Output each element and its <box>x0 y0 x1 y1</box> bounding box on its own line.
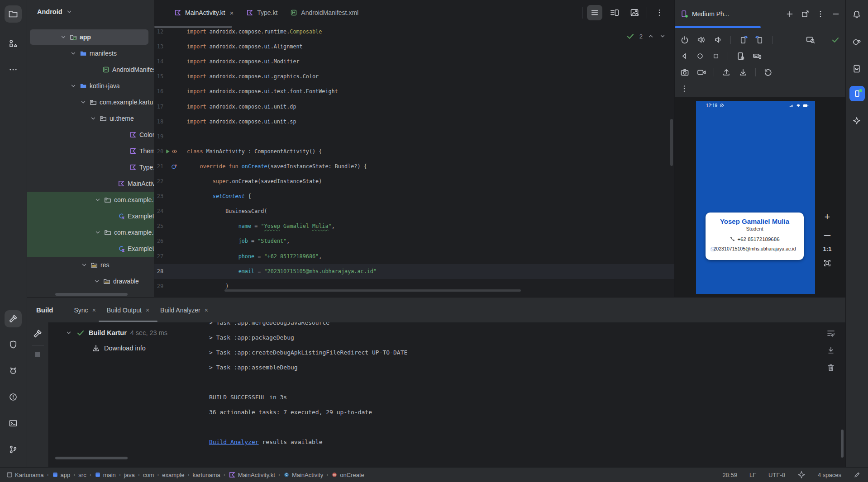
override-icon[interactable] <box>171 163 177 170</box>
markup-tag-icon[interactable] <box>171 148 178 155</box>
hardware-input-button[interactable] <box>753 52 762 61</box>
tool-strip-project-folder[interactable] <box>5 5 22 23</box>
prev-problem-icon[interactable] <box>647 33 654 40</box>
rotate-left-button[interactable] <box>739 35 748 44</box>
running-devices-strip-button[interactable] <box>849 86 865 101</box>
open-in-window-icon[interactable] <box>801 10 809 18</box>
tree-item-color-kt[interactable]: Color.kt <box>27 127 154 143</box>
close-tab-icon[interactable]: × <box>229 9 234 17</box>
build-tree-root-row[interactable]: Build Kartur 4 sec, 23 ms <box>65 328 167 337</box>
breadcrumb-com[interactable]: com <box>143 472 154 478</box>
tree-item-kotlin-java[interactable]: kotlin+java <box>27 78 154 94</box>
tree-item-res[interactable]: res <box>27 257 154 273</box>
breadcrumb-java[interactable]: java <box>124 472 135 478</box>
zoom-ratio-button[interactable]: 1:1 <box>823 246 832 252</box>
tree-item-drawable[interactable]: drawable <box>27 273 154 289</box>
volume-down-button[interactable] <box>714 35 723 44</box>
scroll-to-end-button[interactable] <box>826 346 835 355</box>
caret-position[interactable]: 28:59 <box>722 472 737 478</box>
tree-item-exampleunitte[interactable]: ExampleUnitTe <box>27 241 154 257</box>
home-button[interactable] <box>696 52 704 60</box>
tool-strip-ai-sparkle[interactable] <box>853 117 861 125</box>
run-play-icon[interactable] <box>164 148 171 155</box>
tool-strip-problems[interactable] <box>9 392 18 402</box>
build-tree-horizontal-scrollbar[interactable] <box>55 457 128 459</box>
breadcrumb-mainactivity-kt[interactable]: MainActivity.kt <box>229 471 275 478</box>
download-button[interactable] <box>739 68 748 77</box>
tree-item-theme-kt[interactable]: Theme.kt <box>27 143 154 159</box>
editor-top-scrollbar[interactable] <box>154 26 232 28</box>
close-tab-icon[interactable]: × <box>205 307 208 314</box>
tree-item-com-example-kartu[interactable]: com.example.kartu <box>27 192 154 208</box>
editor-tab-androidmanifest-xml[interactable]: AndroidManifest.xml <box>284 0 365 25</box>
file-encoding[interactable]: UTF-8 <box>768 472 785 478</box>
project-horizontal-scrollbar[interactable] <box>55 293 128 296</box>
screen-record-button[interactable] <box>697 68 706 77</box>
build-tab-sync[interactable]: Sync× <box>69 298 101 323</box>
code-view-button[interactable] <box>587 5 602 20</box>
split-view-button[interactable] <box>607 5 622 20</box>
upload-button[interactable] <box>722 68 731 77</box>
design-view-button[interactable] <box>627 5 642 20</box>
tool-strip-terminal[interactable] <box>9 419 18 428</box>
rotate-right-button[interactable] <box>755 35 764 44</box>
indent-setting[interactable]: 4 spaces <box>818 472 841 478</box>
screen-search-button[interactable] <box>806 35 815 44</box>
breadcrumb-kartunama[interactable]: Kartunama <box>6 472 44 478</box>
device-menu-kebab-icon[interactable] <box>816 10 825 18</box>
inspections-widget[interactable]: 2 <box>626 32 666 41</box>
breadcrumb-example[interactable]: example <box>162 472 184 478</box>
back-button[interactable] <box>680 52 688 60</box>
overview-square-button[interactable] <box>712 52 720 60</box>
tool-strip-more-horizontal[interactable] <box>9 65 18 74</box>
editor-tab-mainactivity-kt[interactable]: MainActivity.kt× <box>168 0 240 25</box>
breadcrumb-oncreate[interactable]: monCreate <box>331 472 364 478</box>
close-tab-icon[interactable]: × <box>92 307 96 314</box>
camera-button[interactable] <box>680 68 689 77</box>
tool-strip-build-hammer[interactable] <box>5 310 22 327</box>
ai-sparkle-icon[interactable] <box>797 471 806 479</box>
add-device-icon[interactable] <box>786 10 794 18</box>
tree-item-ui-theme[interactable]: ui.theme <box>27 110 154 127</box>
console-vertical-scrollbar[interactable] <box>841 430 844 458</box>
minimize-panel-icon[interactable] <box>832 10 840 18</box>
breadcrumb-app[interactable]: app <box>52 472 71 478</box>
clear-all-button[interactable] <box>826 363 835 372</box>
breadcrumb-main[interactable]: main <box>95 472 116 478</box>
power-button[interactable] <box>680 35 689 44</box>
build-analyzer-link[interactable]: Build Analyzer <box>209 439 259 445</box>
build-filter-hammer-icon[interactable] <box>33 329 43 339</box>
check-green-button[interactable] <box>831 35 840 44</box>
build-tab-build-output[interactable]: Build Output× <box>101 298 155 323</box>
zoom-in-button[interactable]: + <box>820 210 834 224</box>
tool-strip-device-manager[interactable] <box>852 64 861 73</box>
chevron-down-icon[interactable] <box>65 329 72 336</box>
tree-item-androidmanifest-x[interactable]: AndroidManifest.x <box>27 61 154 78</box>
tree-item-type-kt[interactable]: Type.kt <box>27 159 154 175</box>
soft-wrap-button[interactable] <box>826 329 835 338</box>
editor-options-kebab-icon[interactable] <box>652 5 667 20</box>
zoom-fit-button[interactable] <box>820 256 834 270</box>
tree-item-manifests[interactable]: manifests <box>27 45 154 61</box>
project-view-selector[interactable]: Android <box>37 8 73 15</box>
breadcrumb-mainactivity[interactable]: CMainActivity <box>283 472 323 478</box>
emulator-screen[interactable]: 12:19 Yosep Gamaliel Mulia Student +62 8… <box>696 101 815 294</box>
tool-strip-git-branch[interactable] <box>9 445 18 454</box>
line-separator[interactable]: LF <box>749 472 756 478</box>
editor-tab-type-kt[interactable]: Type.kt <box>240 0 284 25</box>
tool-strip-logcat[interactable] <box>9 366 18 375</box>
volume-up-button[interactable] <box>697 35 706 44</box>
code-viewport[interactable]: 12import androidx.compose.runtime.Compos… <box>154 0 674 297</box>
tree-item-com-example-kartu[interactable]: com.example.kartu <box>27 224 154 241</box>
next-problem-icon[interactable] <box>659 33 666 40</box>
breadcrumb-kartunama[interactable]: kartunama <box>192 472 220 478</box>
tool-strip-bell[interactable] <box>852 10 861 19</box>
kebab-button[interactable] <box>680 85 688 93</box>
breadcrumb-src[interactable]: src <box>78 472 86 478</box>
stop-button[interactable] <box>33 350 42 359</box>
editor-horizontal-scrollbar[interactable] <box>224 289 521 292</box>
close-tab-icon[interactable]: × <box>146 307 149 314</box>
zoom-out-button[interactable]: – <box>820 228 834 241</box>
device-settings-button[interactable] <box>736 52 745 61</box>
tool-strip-shield[interactable] <box>9 340 18 349</box>
